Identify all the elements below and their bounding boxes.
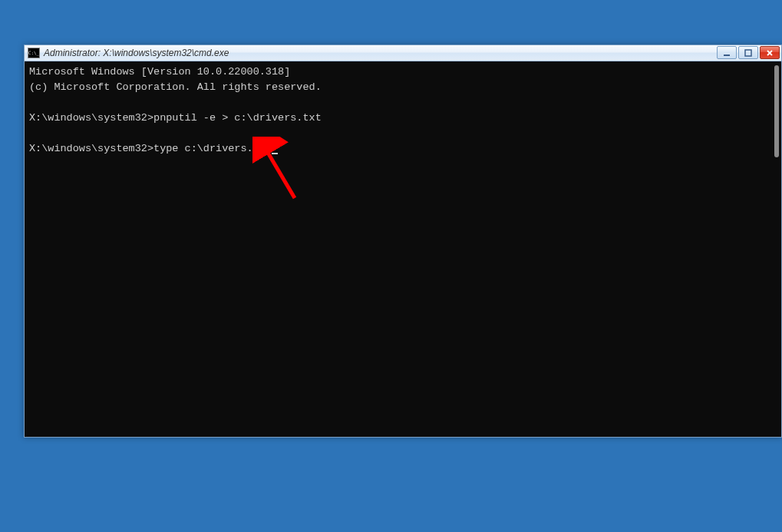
cmd-window: Administrator: X:\windows\system32\cmd.e… xyxy=(24,45,782,438)
terminal-command: type c:\drivers.txt xyxy=(153,143,272,154)
cmd-icon xyxy=(28,48,40,58)
terminal-prompt: X:\windows\system32> xyxy=(29,112,153,124)
window-controls xyxy=(717,46,780,59)
window-title: Administrator: X:\windows\system32\cmd.e… xyxy=(44,48,229,58)
terminal-line: Microsoft Windows [Version 10.0.22000.31… xyxy=(29,66,290,78)
svg-rect-0 xyxy=(724,55,730,56)
svg-rect-1 xyxy=(745,50,751,56)
terminal-area[interactable]: Microsoft Windows [Version 10.0.22000.31… xyxy=(25,61,781,437)
terminal-command: pnputil -e > c:\drivers.txt xyxy=(153,112,322,124)
terminal-prompt: X:\windows\system32> xyxy=(29,143,153,154)
cursor-icon xyxy=(272,153,278,154)
close-button[interactable] xyxy=(760,46,780,59)
terminal-output: Microsoft Windows [Version 10.0.22000.31… xyxy=(29,64,777,157)
maximize-button[interactable] xyxy=(738,46,758,59)
scrollbar-thumb[interactable] xyxy=(774,65,779,157)
terminal-line: (c) Microsoft Corporation. All rights re… xyxy=(29,81,322,93)
minimize-button[interactable] xyxy=(717,46,737,59)
titlebar[interactable]: Administrator: X:\windows\system32\cmd.e… xyxy=(25,45,781,61)
